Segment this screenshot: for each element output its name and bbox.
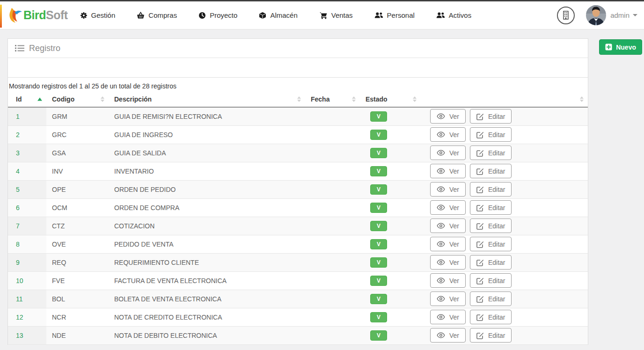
- ver-button[interactable]: Ver: [430, 328, 466, 343]
- user-menu[interactable]: admin: [610, 11, 637, 19]
- editar-button[interactable]: Editar: [470, 292, 512, 306]
- nav-item-gestion[interactable]: Gestión: [80, 11, 116, 19]
- editar-button[interactable]: Editar: [470, 200, 512, 215]
- status-badge: V: [370, 257, 387, 268]
- cell-id: 10: [8, 271, 46, 290]
- cell-descripcion: NOTA DE DEBITO ELECTRONICA: [109, 326, 305, 344]
- chevron-down-icon: [633, 14, 637, 16]
- company-button[interactable]: [557, 7, 575, 24]
- avatar[interactable]: [586, 5, 606, 25]
- cell-actions: Ver Editar: [421, 144, 588, 162]
- main-nav: Gestión Compras Proyecto: [80, 11, 472, 19]
- cell-descripcion: BOLETA DE VENTA ELECTRONICA: [109, 290, 305, 308]
- cell-fecha: [305, 217, 360, 235]
- cell-fecha: [305, 271, 360, 290]
- nav-label: Gestión: [91, 11, 116, 19]
- nav-item-personal[interactable]: Personal: [374, 11, 415, 19]
- table-row: 8 OVE PEDIDO DE VENTA V Ver: [8, 235, 588, 253]
- ver-button[interactable]: Ver: [430, 292, 466, 306]
- ver-button-label: Ver: [449, 332, 459, 339]
- column-header-codigo[interactable]: Codigo: [46, 92, 109, 107]
- cell-descripcion: GUIA DE INGRESO: [109, 125, 305, 144]
- cell-estado: V: [360, 198, 421, 217]
- status-badge: V: [370, 330, 387, 341]
- table-row: 10 FVE FACTURA DE VENTA ELECTRONICA V Ve…: [8, 271, 588, 290]
- editar-button[interactable]: Editar: [470, 182, 512, 197]
- nav-item-activos[interactable]: Activos: [436, 11, 471, 19]
- cell-fecha: [305, 235, 360, 253]
- brand-logo[interactable]: BirdSoft: [7, 6, 68, 25]
- cell-fecha: [305, 107, 360, 125]
- nav-item-proyecto[interactable]: Proyecto: [198, 11, 237, 19]
- status-badge: V: [370, 312, 387, 322]
- nav-label: Proyecto: [210, 11, 237, 19]
- ver-button[interactable]: Ver: [430, 237, 466, 251]
- eye-icon: [437, 296, 445, 302]
- cell-actions: Ver Editar: [421, 217, 588, 235]
- nav-item-ventas[interactable]: Ventas: [319, 11, 353, 19]
- ver-button[interactable]: Ver: [430, 146, 466, 160]
- editar-button[interactable]: Editar: [470, 146, 512, 160]
- cell-codigo: GSA: [46, 144, 109, 162]
- cell-id: 6: [8, 198, 46, 217]
- column-header-actions[interactable]: [421, 92, 588, 107]
- cell-fecha: [305, 180, 360, 198]
- registro-table: Id Codigo Descripción Fecha: [8, 92, 588, 345]
- ver-button[interactable]: Ver: [430, 255, 466, 270]
- table-info: Mostrando registros del 1 al 25 de un to…: [8, 78, 588, 92]
- table-row: 2 GRC GUIA DE INGRESO V Ver: [8, 125, 588, 144]
- nav-item-almacen[interactable]: Almacén: [259, 11, 297, 19]
- editar-button[interactable]: Editar: [470, 127, 512, 142]
- ver-button[interactable]: Ver: [430, 127, 466, 142]
- ver-button[interactable]: Ver: [430, 200, 466, 215]
- editar-button-label: Editar: [488, 314, 505, 321]
- ver-button[interactable]: Ver: [430, 273, 466, 288]
- editar-button[interactable]: Editar: [470, 109, 512, 124]
- editar-button[interactable]: Editar: [470, 237, 512, 251]
- page-title: Registro: [29, 44, 60, 53]
- ver-button-label: Ver: [449, 168, 459, 175]
- eye-icon: [437, 277, 445, 284]
- column-header-estado[interactable]: Estado: [360, 92, 421, 107]
- editar-button[interactable]: Editar: [470, 328, 512, 343]
- editar-button-label: Editar: [488, 222, 505, 230]
- editar-button[interactable]: Editar: [470, 273, 512, 288]
- cell-fecha: [305, 144, 360, 162]
- editar-button[interactable]: Editar: [470, 164, 512, 178]
- nav-item-compras[interactable]: Compras: [137, 11, 177, 19]
- cell-codigo: GRC: [46, 125, 109, 144]
- ver-button[interactable]: Ver: [430, 310, 466, 324]
- edit-icon: [476, 332, 484, 339]
- cell-id: 7: [8, 217, 46, 235]
- ver-button[interactable]: Ver: [430, 164, 466, 178]
- table-row: 11 BOL BOLETA DE VENTA ELECTRONICA V Ver: [8, 290, 588, 308]
- column-header-id[interactable]: Id: [8, 92, 46, 107]
- user-name: admin: [610, 11, 629, 19]
- cell-actions: Ver Editar: [421, 253, 588, 271]
- cell-codigo: NDE: [46, 326, 109, 344]
- column-header-descripcion[interactable]: Descripción: [109, 92, 305, 107]
- editar-button[interactable]: Editar: [470, 310, 512, 324]
- nuevo-button[interactable]: Nuevo: [599, 39, 642, 55]
- editar-button[interactable]: Editar: [470, 219, 512, 233]
- registro-panel: Registro Mostrando registros del 1 al 25…: [7, 38, 588, 345]
- cell-id: 1: [8, 107, 46, 125]
- editar-button-label: Editar: [488, 204, 505, 211]
- eye-icon: [437, 150, 445, 156]
- cart-icon: [319, 12, 328, 19]
- status-badge: V: [370, 294, 387, 304]
- ver-button[interactable]: Ver: [430, 182, 466, 197]
- cell-estado: V: [360, 290, 421, 308]
- ver-button[interactable]: Ver: [430, 109, 466, 124]
- cell-id: 9: [8, 253, 46, 271]
- ver-button-label: Ver: [449, 259, 459, 266]
- editar-button[interactable]: Editar: [470, 255, 512, 270]
- eye-icon: [437, 131, 445, 138]
- cell-estado: V: [360, 217, 421, 235]
- cell-codigo: GRM: [46, 107, 109, 125]
- ver-button[interactable]: Ver: [430, 219, 466, 233]
- cell-estado: V: [360, 144, 421, 162]
- cell-id: 5: [8, 180, 46, 198]
- column-header-fecha[interactable]: Fecha: [305, 92, 360, 107]
- cell-descripcion: NOTA DE CREDITO ELECTRONICA: [109, 308, 305, 326]
